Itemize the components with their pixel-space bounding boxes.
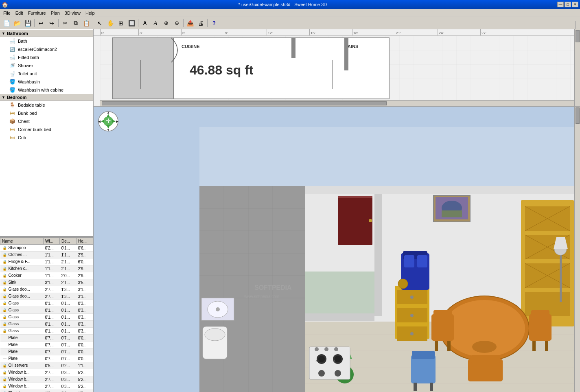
table-cell-height: 2'9... — [76, 252, 93, 258]
bath-icon: 🛁 — [8, 38, 16, 44]
text-style-button[interactable]: A — [151, 18, 160, 28]
canvas-2d[interactable]: CUISINE BAINS 46.88 sq ft — [100, 36, 580, 106]
redo-button[interactable]: ↪ — [47, 18, 57, 28]
table-row[interactable]: —Plate 0'7... 0'7... 0'0... — [0, 355, 93, 362]
table-cell-width: 1'2... — [44, 390, 60, 392]
table-row[interactable]: —Plate 0'7... 0'7... 0'0... — [0, 335, 93, 342]
view-3d[interactable]: ✛ ▲ ▼ ◀ ▶ — [94, 107, 580, 392]
plan-svg: CUISINE BAINS 46.88 sq ft — [100, 36, 580, 106]
table-row[interactable]: —Plate 0'7... 0'7... 0'0... — [0, 348, 93, 355]
tree-item-bath[interactable]: 🛁 Bath — [0, 37, 93, 45]
table-row[interactable]: 🔒Glass 0'1... 0'1... 0'3... — [0, 321, 93, 328]
pan-button[interactable]: ✋ — [105, 18, 115, 28]
furniture-list[interactable]: Name Wi... De... He... 🔒Shampoo 0'2... 0… — [0, 237, 93, 392]
table-row[interactable]: 🔒Glass 0'1... 0'1... 0'3... — [0, 307, 93, 314]
bunkbed-label: Bunk bed — [18, 111, 37, 116]
save-button[interactable]: 💾 — [23, 18, 33, 28]
table-cell-name: 🔒Oil servers — [0, 362, 44, 369]
add-wall-button[interactable]: 🔲 — [127, 18, 136, 28]
maximize-button[interactable]: □ — [565, 2, 571, 7]
category-bedroom[interactable]: ▼ Bedroom — [0, 94, 93, 101]
open-button[interactable]: 📂 — [12, 18, 22, 28]
cut-button[interactable]: ✂ — [60, 18, 70, 28]
table-row[interactable]: —Plate 0'7... 0'7... 0'0... — [0, 342, 93, 348]
table-row[interactable]: 🔒Oil servers 0'5... 0'2... 1'1... — [0, 362, 93, 369]
menu-help[interactable]: Help — [83, 10, 97, 16]
table-row[interactable]: 🔒Window b... 2'7... 0'3... 5'2... — [0, 383, 93, 390]
svg-rect-10 — [344, 38, 348, 70]
menu-furniture[interactable]: Furniture — [26, 10, 48, 16]
row-icon: 🔒 — [2, 287, 8, 292]
table-cell-depth: 1'3... — [59, 293, 76, 300]
close-button[interactable]: ✕ — [572, 2, 578, 7]
copy-button[interactable]: ⧉ — [71, 18, 81, 28]
plan-hscroll[interactable] — [100, 100, 574, 106]
new-button[interactable]: 📄 — [2, 18, 11, 28]
zoom-in-button[interactable]: ⊕ — [161, 18, 171, 28]
table-cell-width: 0'7... — [44, 355, 60, 362]
undo-button[interactable]: ↩ — [36, 18, 46, 28]
svg-rect-93 — [404, 255, 414, 267]
tree-item-toilet[interactable]: 🚽 Toilet unit — [0, 70, 93, 78]
col-name[interactable]: Name — [0, 238, 44, 245]
svg-point-52 — [205, 328, 225, 341]
menu-3dview[interactable]: 3D view — [62, 10, 83, 16]
tree-item-crib[interactable]: 🛏 Crib — [0, 134, 93, 142]
table-row[interactable]: 🔒Fridge & F... 1'1... 2'1... 6'0... — [0, 258, 93, 265]
view3d-vscroll[interactable] — [574, 107, 580, 392]
print-button[interactable]: 🖨 — [196, 18, 206, 28]
view3d-vscroll-thumb[interactable] — [576, 107, 580, 124]
table-row[interactable]: 🔒Sink 3'1... 2'1... 3'5... — [0, 279, 93, 286]
table-cell-name: 🔒Cooker — [0, 272, 44, 279]
table-row[interactable]: 🔒Window b... 2'7... 0'3... 5'2... — [0, 369, 93, 376]
menu-file[interactable]: File — [1, 10, 13, 16]
tree-item-escalier[interactable]: 🔄 escalierColimacon2 — [0, 45, 93, 53]
tree-item-bedside[interactable]: 🪑 Bedside table — [0, 101, 93, 109]
table-row[interactable]: 🔒Glass 0'1... 0'1... 0'3... — [0, 328, 93, 335]
plan-2d-view[interactable]: 0' 3' 6' 9' 12' 15' 18' 21' 24' 27' — [94, 29, 580, 107]
add-furniture-button[interactable]: ⊞ — [116, 18, 126, 28]
table-cell-name: —Plate — [0, 335, 44, 342]
table-cell-height: 0'0... — [76, 348, 93, 355]
furniture-tree[interactable]: ▼ Bathroom 🛁 Bath 🔄 escalierColimacon2 🛁… — [0, 29, 93, 236]
row-icon: 🔒 — [2, 328, 8, 334]
col-depth[interactable]: De... — [59, 238, 76, 245]
tree-item-washbasin-cabinet[interactable]: 🪣 Washbasin with cabine — [0, 86, 93, 94]
table-row[interactable]: 🔒Glass doo... 2'7... 1'3... 3'1... — [0, 286, 93, 293]
tree-item-fitted-bath[interactable]: 🛁 Fitted bath — [0, 53, 93, 61]
category-bathroom[interactable]: ▼ Bathroom — [0, 30, 93, 37]
select-button[interactable]: ↖ — [95, 18, 105, 28]
table-row[interactable]: 🔒Kitchen c... 1'1... 2'1... 2'9... — [0, 265, 93, 272]
table-row[interactable]: 🔒Shampoo 0'2... 0'1... 0'6... — [0, 245, 93, 252]
minimize-button[interactable]: — — [557, 2, 564, 7]
row-icon: — — [2, 342, 8, 348]
table-row[interactable]: 🔒Glass 0'1... 0'1... 0'3... — [0, 314, 93, 321]
menu-edit[interactable]: Edit — [13, 10, 26, 16]
table-row[interactable]: 🔒Glass 0'1... 0'1... 0'3... — [0, 300, 93, 307]
export-button[interactable]: 📤 — [185, 18, 195, 28]
tree-item-washbasin[interactable]: 🪣 Washbasin — [0, 78, 93, 86]
help-button[interactable]: ? — [209, 18, 219, 28]
menu-plan[interactable]: Plan — [48, 10, 62, 16]
plan-vscroll[interactable] — [574, 29, 580, 106]
col-width[interactable]: Wi... — [44, 238, 60, 245]
paste-button[interactable]: 📋 — [81, 18, 91, 28]
col-height[interactable]: He... — [76, 238, 93, 245]
table-row[interactable]: 🔒Electric r... 1'2... 0'3... 1'5... — [0, 390, 93, 392]
table-cell-depth: 0'3... — [59, 369, 76, 376]
tree-item-corner-bunkbed[interactable]: 🛏 Corner bunk bed — [0, 125, 93, 134]
svg-text:◀: ◀ — [98, 120, 101, 123]
tree-item-shower[interactable]: 🚿 Shower — [0, 61, 93, 70]
table-row[interactable]: 🔒Glass doo... 2'7... 1'3... 3'1... — [0, 293, 93, 300]
table-row[interactable]: 🔒Window b... 2'7... 0'3... 5'2... — [0, 376, 93, 383]
tree-item-chest[interactable]: 📦 Chest — [0, 117, 93, 125]
bathroom-arrow: ▼ — [2, 31, 5, 35]
nav-control[interactable]: ✛ ▲ ▼ ◀ ▶ — [98, 111, 119, 132]
text-button[interactable]: A — [140, 18, 150, 28]
plan-vscroll-thumb[interactable] — [576, 30, 580, 42]
tree-item-bunkbed[interactable]: 🛏 Bunk bed — [0, 109, 93, 117]
plan-hscroll-thumb[interactable] — [102, 101, 387, 105]
zoom-out-button[interactable]: ⊖ — [172, 18, 182, 28]
table-row[interactable]: 🔒Clothes ... 1'1... 1'1... 2'9... — [0, 252, 93, 258]
table-row[interactable]: 🔒Cooker 1'1... 2'0... 2'9... — [0, 272, 93, 279]
